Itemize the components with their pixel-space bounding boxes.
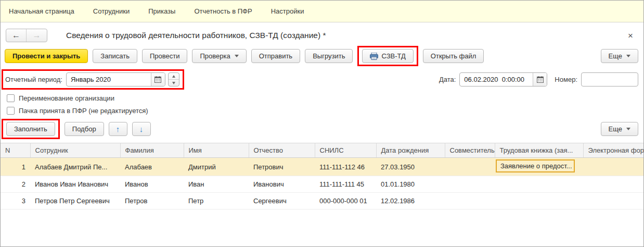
move-up-icon: ↑: [116, 125, 120, 133]
cell-eform[interactable]: [583, 193, 643, 209]
page-title: Сведения о трудовой деятельности работни…: [66, 31, 326, 40]
cell-firstname[interactable]: Дмитрий: [184, 158, 249, 176]
column-header-n[interactable]: N: [1, 143, 30, 158]
cell-birthdate[interactable]: 27.03.1950: [376, 158, 445, 176]
column-header-workbook[interactable]: Трудовая книжка (зая...: [495, 143, 583, 158]
cell-middlename[interactable]: Петрович: [249, 158, 315, 176]
open-file-button[interactable]: Открыть файл: [423, 49, 484, 63]
unload-button[interactable]: Выгрузить: [305, 49, 353, 63]
menu-item-orders[interactable]: Приказы: [148, 7, 175, 15]
rename-org-row: Переименование организации: [1, 92, 643, 104]
move-down-button[interactable]: ↓: [132, 122, 151, 136]
cell-lastname[interactable]: Петров: [120, 193, 184, 209]
title-bar: ← → Сведения о трудовой деятельности раб…: [1, 22, 643, 44]
pack-accepted-label: Пачка принята в ПФР (не редактируется): [19, 107, 148, 115]
more-button-label: Еще: [609, 52, 622, 60]
menu-item-employees[interactable]: Сотрудники: [93, 7, 130, 15]
column-header-employee[interactable]: Сотрудник: [30, 143, 120, 158]
table-row[interactable]: 2 Иванов Иван Иванович Иванов Иван Ивано…: [1, 176, 643, 193]
rename-org-checkbox[interactable]: [7, 94, 15, 102]
cell-employee[interactable]: Петров Петр Сергеевич: [30, 193, 120, 209]
more-button-table[interactable]: Еще: [601, 122, 638, 136]
fill-highlight-box: Заполнить: [2, 119, 60, 139]
command-toolbar: Провести и закрыть Записать Провести Про…: [1, 44, 643, 67]
close-icon[interactable]: ×: [625, 31, 636, 40]
column-header-firstname[interactable]: Имя: [184, 143, 249, 158]
pack-accepted-row: Пачка принята в ПФР (не редактируется): [1, 104, 643, 117]
column-header-lastname[interactable]: Фамилия: [120, 143, 184, 158]
szv-td-button-label: СЗВ-ТД: [381, 52, 405, 60]
cell-workbook[interactable]: Заявление о предост...: [495, 158, 583, 176]
period-field: [66, 72, 165, 87]
cell-middlename[interactable]: Иванович: [249, 176, 315, 193]
calendar-icon: [537, 76, 544, 83]
cell-birthdate[interactable]: 01.01.1980: [376, 176, 445, 193]
number-field: [581, 72, 638, 87]
cell-snils[interactable]: 000-000-000 01: [315, 193, 376, 209]
history-nav-group: ← →: [6, 29, 47, 42]
check-button-label: Проверка: [200, 52, 230, 60]
szv-td-highlight-box: СЗВ-ТД: [357, 46, 418, 66]
date-input[interactable]: [460, 73, 533, 86]
spinner-up-icon[interactable]: [169, 73, 179, 80]
menu-item-pfr-reports[interactable]: Отчетность в ПФР: [194, 7, 252, 15]
main-menu-bar: Начальная страница Сотрудники Приказы От…: [1, 1, 643, 22]
cell-lastname[interactable]: Иванов: [120, 176, 184, 193]
table-row[interactable]: 3 Петров Петр Сергеевич Петров Петр Серг…: [1, 193, 643, 209]
rename-org-label: Переименование организации: [19, 94, 114, 102]
date-field: [459, 72, 547, 87]
cell-snils[interactable]: 111-111-112 46: [315, 158, 376, 176]
cell-firstname[interactable]: Петр: [184, 193, 249, 209]
cell-n[interactable]: 1: [1, 158, 30, 176]
table-row[interactable]: 1 Алабаев Дмитрий Пе... Алабаев Дмитрий …: [1, 158, 643, 176]
more-button-label: Еще: [609, 125, 622, 133]
back-icon[interactable]: ←: [6, 29, 27, 42]
check-menu-button[interactable]: Проверка: [192, 49, 246, 63]
fill-button[interactable]: Заполнить: [6, 122, 55, 136]
header-fields-row: Отчетный период:: [1, 67, 643, 92]
print-szv-td-button[interactable]: СЗВ-ТД: [362, 49, 413, 63]
period-highlight-box: Отчетный период:: [2, 69, 184, 90]
cell-employee[interactable]: Алабаев Дмитрий Пе...: [30, 158, 120, 176]
pack-accepted-checkbox[interactable]: [7, 107, 15, 115]
cell-n[interactable]: 3: [1, 193, 30, 209]
cell-firstname[interactable]: Иван: [184, 176, 249, 193]
workbook-statement-chip[interactable]: Заявление о предост...: [496, 159, 575, 172]
cell-eform[interactable]: [583, 158, 643, 176]
cell-parttime[interactable]: [445, 176, 495, 193]
menu-item-settings[interactable]: Настройки: [271, 7, 304, 15]
cell-workbook[interactable]: [495, 193, 583, 209]
cell-workbook[interactable]: [495, 176, 583, 193]
move-up-button[interactable]: ↑: [109, 122, 127, 136]
column-header-eform[interactable]: Электронная фор: [583, 143, 643, 158]
post-button[interactable]: Провести: [142, 49, 188, 63]
date-calendar-button[interactable]: [533, 73, 547, 86]
cell-parttime[interactable]: [445, 158, 495, 176]
table-toolbar: Заполнить Подбор ↑ ↓ Еще: [1, 117, 643, 142]
cell-eform[interactable]: [583, 176, 643, 193]
column-header-middlename[interactable]: Отчество: [249, 143, 315, 158]
period-input[interactable]: [67, 73, 151, 86]
cell-lastname[interactable]: Алабаев: [120, 158, 184, 176]
period-calendar-button[interactable]: [151, 73, 165, 86]
cell-n[interactable]: 2: [1, 176, 30, 193]
write-button[interactable]: Записать: [93, 49, 137, 63]
spinner-down-icon[interactable]: [169, 80, 179, 86]
cell-middlename[interactable]: Сергеевич: [249, 193, 315, 209]
post-and-close-button[interactable]: Провести и закрыть: [5, 49, 88, 63]
cell-employee[interactable]: Иванов Иван Иванович: [30, 176, 120, 193]
cell-birthdate[interactable]: 12.02.1986: [376, 193, 445, 209]
number-input[interactable]: [582, 73, 638, 86]
table-header-row: N Сотрудник Фамилия Имя Отчество СНИЛС Д…: [1, 143, 643, 158]
column-header-snils[interactable]: СНИЛС: [315, 143, 376, 158]
send-button[interactable]: Отправить: [251, 49, 300, 63]
pick-button[interactable]: Подбор: [65, 122, 104, 136]
cell-snils[interactable]: 111-111-111 45: [315, 176, 376, 193]
more-button-top[interactable]: Еще: [601, 49, 638, 63]
column-header-birthdate[interactable]: Дата рождения: [376, 143, 445, 158]
column-header-parttime[interactable]: Совместитель: [445, 143, 495, 158]
cell-parttime[interactable]: [445, 193, 495, 209]
period-spinner: [168, 72, 179, 87]
forward-icon[interactable]: →: [27, 29, 47, 42]
menu-item-home[interactable]: Начальная страница: [9, 7, 74, 15]
